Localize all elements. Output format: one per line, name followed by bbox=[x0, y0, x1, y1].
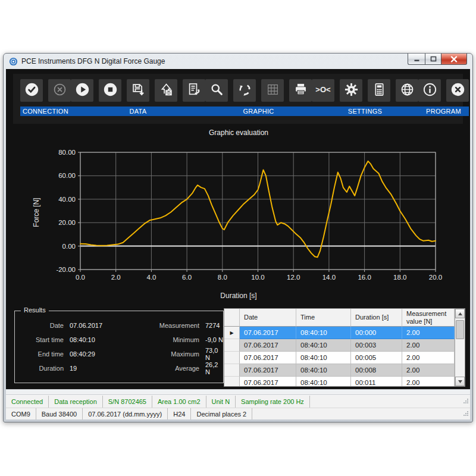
calculator-icon bbox=[371, 82, 387, 100]
results-row: Duration19Average26,2 N bbox=[15, 361, 223, 375]
column-header[interactable]: Time bbox=[296, 309, 351, 327]
status-item: S/N 8702465 bbox=[103, 396, 152, 408]
toolbar-refresh-graphic-button[interactable] bbox=[233, 79, 256, 102]
status-item: Unit N bbox=[206, 396, 236, 408]
scrollbar-up-button[interactable] bbox=[455, 309, 465, 318]
close-button[interactable] bbox=[441, 54, 467, 65]
toolbar-stop-measurement-button[interactable] bbox=[99, 79, 121, 102]
table-cell[interactable]: 00:003 bbox=[351, 339, 402, 352]
table-cell[interactable]: 00:005 bbox=[351, 352, 402, 364]
client-area: CONNECTIONDATAGRAPHIC>O<SETTINGSPROGRAM … bbox=[6, 69, 470, 419]
toolbar-toggle-grid-button[interactable] bbox=[261, 79, 284, 102]
table-scrollbar[interactable] bbox=[455, 309, 465, 386]
minimize-button[interactable] bbox=[408, 54, 425, 65]
status-bar-device: ConnectedData receptionS/N 8702465Area 1… bbox=[6, 395, 470, 408]
table-row[interactable]: 07.06.201708:40:1000:0082.00 bbox=[224, 364, 455, 377]
tolerance-icon: >O< bbox=[313, 82, 333, 100]
chart-title: Graphic evaluation bbox=[13, 129, 464, 137]
toolbar-calculation-settings-button[interactable] bbox=[368, 79, 390, 102]
table-cell[interactable]: 08:40:10 bbox=[296, 339, 351, 352]
status-item: 07.06.2017 (dd.mm.yyyy) bbox=[83, 408, 168, 419]
toolbar-export-report-button[interactable] bbox=[183, 79, 205, 102]
row-selector-cell[interactable] bbox=[224, 352, 240, 364]
result-label: Duration bbox=[15, 365, 70, 372]
result-label: Date bbox=[15, 322, 70, 329]
table-cell[interactable]: 2.00 bbox=[402, 327, 455, 339]
table-cell[interactable]: 00:008 bbox=[351, 364, 402, 377]
table-header-row: DateTimeDuration [s]Measurement value [N… bbox=[224, 309, 455, 327]
toolbar-print-graphic-button[interactable] bbox=[289, 79, 312, 102]
table-cell[interactable]: 08:40:10 bbox=[296, 377, 351, 386]
toolbar-group-label: SETTINGS bbox=[312, 107, 418, 116]
toolbar-group-connection: CONNECTION bbox=[20, 79, 71, 120]
table-cell[interactable]: 07.06.2017 bbox=[240, 364, 296, 377]
toolbar-start-measurement-button[interactable] bbox=[71, 79, 93, 102]
toolbar-language-settings-button[interactable] bbox=[396, 79, 418, 102]
result-value: 26,2 N bbox=[205, 361, 223, 375]
status-item: COM9 bbox=[6, 408, 36, 419]
chart-x-axis-label: Duration [s] bbox=[13, 292, 464, 300]
maximize-button[interactable] bbox=[425, 54, 441, 65]
table-cell[interactable]: 2.00 bbox=[402, 364, 455, 377]
toolbar-load-device-data-button[interactable] bbox=[155, 79, 177, 102]
table-cell[interactable]: 07.06.2017 bbox=[240, 327, 296, 339]
table-row[interactable]: ▶07.06.201708:40:1000:0002.00 bbox=[224, 327, 455, 339]
save-download-icon bbox=[130, 82, 146, 100]
table-row[interactable]: 07.06.201708:40:1000:0032.00 bbox=[224, 339, 455, 352]
grid-icon bbox=[265, 82, 281, 100]
table-row[interactable]: 07.06.201708:40:1000:0112.00 bbox=[224, 377, 455, 386]
toolbar-tolerance-settings-button[interactable]: >O< bbox=[312, 79, 334, 102]
toolbar-disconnect-button[interactable] bbox=[48, 79, 71, 102]
scrollbar-down-button[interactable] bbox=[455, 377, 465, 386]
table-cell[interactable]: 07.06.2017 bbox=[240, 339, 296, 352]
toolbar-device-settings-button[interactable] bbox=[340, 79, 362, 102]
column-header[interactable]: Measurement value [N] bbox=[402, 309, 455, 327]
toolbar-group-graphic: GRAPHIC bbox=[205, 79, 312, 120]
measurement-table[interactable]: DateTimeDuration [s]Measurement value [N… bbox=[224, 308, 465, 387]
maximize-icon bbox=[430, 56, 437, 62]
table-cell[interactable]: 2.00 bbox=[402, 339, 455, 352]
toolbar-exit-program-button[interactable] bbox=[446, 79, 469, 102]
table-cell[interactable]: 2.00 bbox=[402, 352, 455, 364]
table-cell[interactable]: 07.06.2017 bbox=[240, 352, 296, 364]
toolbar-save-data-button[interactable] bbox=[127, 79, 149, 102]
table-cell[interactable]: 08:40:10 bbox=[296, 352, 351, 364]
status-item: H24 bbox=[168, 408, 191, 419]
svg-text:2.0: 2.0 bbox=[111, 274, 121, 281]
table-cell[interactable]: 08:40:10 bbox=[296, 364, 351, 377]
table-cell[interactable]: 08:40:10 bbox=[296, 327, 351, 339]
result-value: 08:40:10 bbox=[70, 336, 140, 343]
row-selector-marker-icon[interactable]: ▶ bbox=[224, 327, 240, 339]
scrollbar-thumb[interactable] bbox=[456, 320, 464, 339]
svg-text:12.0: 12.0 bbox=[287, 274, 300, 281]
toolbar-connect-button[interactable] bbox=[20, 79, 43, 102]
toolbar-program-info-button[interactable] bbox=[418, 79, 441, 102]
status-item: Connected bbox=[6, 396, 49, 408]
svg-text:40.00: 40.00 bbox=[58, 196, 76, 203]
results-row: Start time08:40:10Minimum-9,0 N bbox=[15, 333, 223, 347]
column-header[interactable]: Duration [s] bbox=[351, 309, 402, 327]
force-chart[interactable]: 0.02.04.06.08.010.012.014.016.018.020.08… bbox=[13, 125, 464, 305]
row-selector-cell[interactable] bbox=[224, 377, 240, 386]
toolbar-group-label: DATA bbox=[71, 107, 205, 116]
result-label: Measurement bbox=[140, 322, 205, 329]
window-title: PCE Instruments DFG N Digital Force Gaug… bbox=[21, 57, 165, 65]
toolbar: CONNECTIONDATAGRAPHIC>O<SETTINGSPROGRAM bbox=[13, 74, 463, 124]
column-header[interactable]: Date bbox=[240, 309, 296, 327]
titlebar[interactable]: PCE Instruments DFG N Digital Force Gaug… bbox=[4, 54, 472, 69]
svg-text:-20.00: -20.00 bbox=[56, 266, 76, 273]
table-cell[interactable]: 07.06.2017 bbox=[240, 377, 296, 386]
table-cell[interactable]: 2.00 bbox=[402, 377, 455, 386]
svg-text:0.0: 0.0 bbox=[76, 274, 85, 281]
table-cell[interactable]: 00:000 bbox=[351, 327, 402, 339]
table-row[interactable]: 07.06.201708:40:1000:0052.00 bbox=[224, 352, 455, 364]
table-corner-cell bbox=[224, 309, 240, 327]
toolbar-group-program: PROGRAM bbox=[418, 79, 469, 120]
row-selector-cell[interactable] bbox=[224, 364, 240, 377]
row-selector-cell[interactable] bbox=[224, 339, 240, 352]
result-value: 19 bbox=[70, 365, 140, 372]
svg-text:20.0: 20.0 bbox=[429, 274, 442, 281]
table-cell[interactable]: 00:011 bbox=[351, 377, 402, 386]
toolbar-zoom-graphic-button[interactable] bbox=[205, 79, 228, 102]
svg-text:>O<: >O< bbox=[315, 85, 331, 94]
